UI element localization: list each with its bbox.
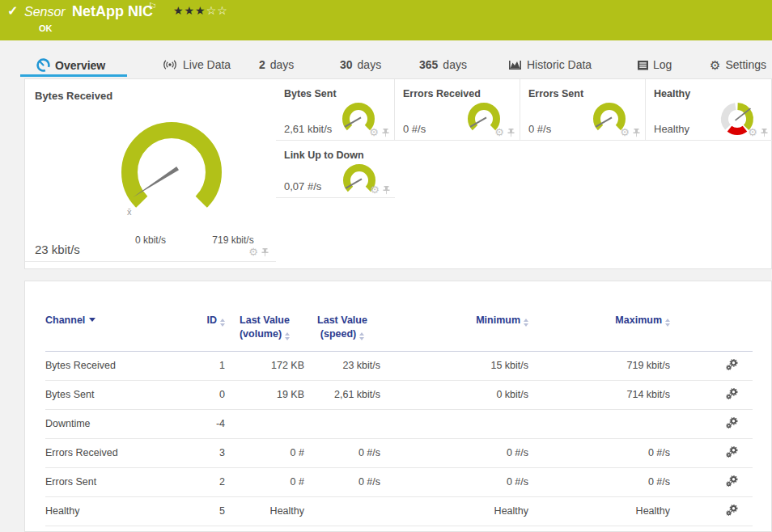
gauge-average-marker: x̄ (127, 207, 132, 217)
bytes-received-gauge (111, 112, 232, 215)
channel-name-cell[interactable]: Link Up to Down (45, 526, 199, 532)
tab-365-days[interactable]: 365 days (419, 58, 467, 71)
gauge-title: Errors Received (403, 88, 481, 99)
gauge-icon (36, 58, 50, 72)
table-row: Bytes Received 1 172 KB 23 kbit/s 15 kbi… (45, 351, 753, 380)
channel-name-cell[interactable]: Errors Sent (45, 467, 199, 496)
column-label: Minimum (476, 315, 520, 326)
channel-gear-icon[interactable]: ⚙ (494, 127, 504, 137)
tab-settings[interactable]: ⚙ Settings (710, 58, 766, 71)
flag-icon[interactable]: ⚐ (148, 1, 157, 12)
channel-table: Channel ID Last Value(volume) Last Value… (45, 306, 753, 532)
gears-icon (726, 505, 738, 516)
priority-stars[interactable]: ★★★☆☆ (173, 4, 228, 17)
channel-id-cell: -4 (199, 409, 225, 438)
last-value-volume-cell: 172 KB (225, 351, 304, 380)
last-value-volume-cell: 4 # (225, 526, 304, 532)
tab-historic-data[interactable]: Historic Data (508, 58, 592, 71)
pin-icon[interactable] (632, 128, 641, 137)
sort-icon (524, 319, 528, 327)
channel-settings-button[interactable] (726, 505, 738, 516)
column-header-last-value-speed[interactable]: Last Value(speed) (304, 306, 380, 351)
channel-id-cell: 0 (199, 380, 225, 409)
tab-label: days (358, 58, 382, 71)
column-header-minimum[interactable]: Minimum (380, 306, 528, 351)
last-value-volume-cell: 0 # (225, 467, 304, 496)
sort-icon (359, 332, 364, 340)
channel-name-cell[interactable]: Healthy (45, 496, 199, 526)
tab-label: days (443, 58, 467, 71)
tab-live-data[interactable]: Live Data (162, 58, 231, 71)
gauge-tile-link-up-to-down: Link Up to Down 0,07 #/s ⚙ (276, 141, 395, 198)
last-value-speed-cell: 0 #/s (304, 438, 380, 467)
gauge-max-label: 719 kbit/s (197, 234, 269, 246)
table-row: Errors Sent 2 0 # 0 #/s 0 #/s 0 #/s (45, 467, 753, 496)
column-header-id[interactable]: ID (199, 306, 225, 351)
column-label: Last Value (317, 315, 367, 326)
channel-gear-icon[interactable]: ⚙ (370, 184, 380, 195)
sensor-status-banner: ✓ Sensor NetApp NIC ⚐ ★★★☆☆ OK (0, 0, 772, 40)
channel-settings-button[interactable] (726, 359, 738, 370)
channel-name-cell[interactable]: Bytes Sent (45, 380, 199, 409)
active-tab-underline (20, 74, 127, 77)
pin-icon[interactable] (382, 185, 391, 195)
gears-icon (726, 446, 738, 458)
status-ok-check-icon: ✓ (7, 3, 18, 19)
column-label: (speed) (320, 328, 356, 340)
prtg-sensor-page: { "banner": { "kind_label": "Sensor", "t… (0, 0, 772, 532)
gauge-title: Bytes Sent (284, 88, 337, 99)
column-header-last-value-volume[interactable]: Last Value(volume) (225, 306, 304, 351)
sort-icon (665, 319, 670, 327)
gauge-tile-bytes-received: Bytes Received x̄ 0 kbit/s 719 kbit/s 23… (25, 79, 276, 262)
last-value-speed-cell: 0,07 #/s (304, 526, 380, 532)
channel-settings-button[interactable] (726, 388, 738, 399)
tab-label: days (270, 58, 295, 71)
channel-settings-button[interactable] (726, 475, 738, 487)
tab-overview[interactable]: Overview (36, 58, 105, 72)
tab-label: Log (653, 58, 672, 71)
sort-descending-icon (89, 318, 95, 322)
channel-id-cell: 2 (199, 467, 225, 496)
minimum-cell: 0,04 #/s (380, 526, 528, 532)
table-row: Link Up to Down 4 4 # 0,07 #/s 0,04 #/s … (45, 526, 753, 532)
pin-icon[interactable] (507, 128, 515, 137)
channel-name-cell[interactable]: Bytes Received (45, 351, 199, 380)
channel-name-cell[interactable]: Errors Received (45, 438, 199, 467)
tab-30-days[interactable]: 30 days (340, 58, 381, 71)
channel-settings-button[interactable] (726, 417, 738, 429)
priority-stars-filled: ★★★ (173, 4, 206, 17)
last-value-speed-cell (304, 409, 380, 438)
maximum-cell: 0 #/s (528, 438, 670, 467)
tab-log[interactable]: Log (638, 58, 672, 71)
column-header-channel[interactable]: Channel (45, 306, 199, 351)
sensor-title: NetApp NIC (72, 3, 153, 20)
channel-gear-icon[interactable]: ⚙ (369, 127, 379, 137)
historic-chart-icon (508, 59, 522, 70)
gauge-tile-bytes-sent: Bytes Sent 2,61 kbit/s ⚙ (276, 79, 395, 141)
pin-icon[interactable] (381, 128, 390, 137)
gears-icon (726, 475, 738, 487)
last-value-speed-cell: 23 kbit/s (304, 351, 380, 380)
live-data-icon (162, 59, 178, 70)
tab-2-days[interactable]: 2 days (259, 58, 294, 71)
gauge-current-value: 0 #/s (528, 123, 551, 135)
last-value-volume-cell (225, 409, 304, 438)
channel-gear-icon[interactable]: ⚙ (248, 247, 258, 257)
column-label: (volume) (240, 328, 282, 340)
channel-settings-button[interactable] (726, 446, 738, 458)
column-header-maximum[interactable]: Maximum (528, 306, 670, 351)
column-header-actions (670, 306, 753, 351)
gauge-title: Link Up to Down (284, 150, 364, 161)
column-label: Channel (45, 315, 85, 326)
channel-id-cell: 5 (199, 496, 225, 526)
channel-gear-icon[interactable]: ⚙ (748, 127, 757, 137)
maximum-cell: 714 kbit/s (528, 380, 670, 409)
channel-gear-icon[interactable]: ⚙ (620, 127, 630, 137)
channel-table-panel: Channel ID Last Value(volume) Last Value… (24, 281, 772, 532)
channel-name-cell[interactable]: Downtime (45, 409, 199, 438)
channel-id-cell: 4 (199, 526, 225, 532)
pin-icon[interactable] (261, 247, 269, 257)
pin-icon[interactable] (760, 128, 769, 137)
gear-icon: ⚙ (710, 59, 720, 71)
gears-icon (726, 417, 738, 429)
